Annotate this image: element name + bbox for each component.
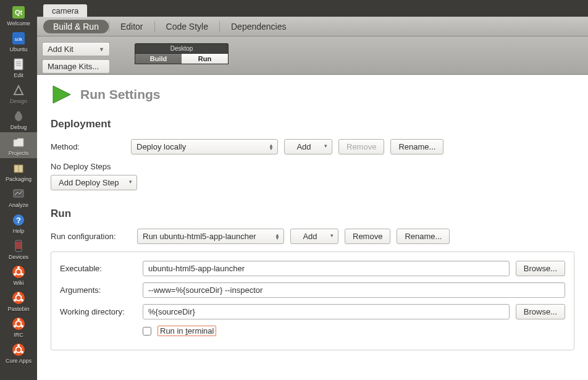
workdir-input[interactable] <box>143 304 510 319</box>
subnav-editor[interactable]: Editor <box>109 19 154 34</box>
sidebar-item-debug[interactable]: Debug <box>0 106 37 132</box>
deploy-remove-button[interactable]: Remove <box>338 139 384 154</box>
deployment-heading: Deployment <box>51 118 574 130</box>
deploy-rename-button[interactable]: Rename... <box>390 139 443 154</box>
workdir-label: Working directory: <box>60 307 136 316</box>
folder-icon <box>11 135 26 150</box>
add-kit-button[interactable]: Add Kit▼ <box>42 42 110 56</box>
chevron-down-icon: ▼ <box>99 46 104 53</box>
executable-label: Executable: <box>60 264 136 273</box>
add-deploy-step-button[interactable]: Add Deploy Step <box>51 175 137 190</box>
kit-name-label[interactable]: Desktop <box>135 43 229 53</box>
ubuntu-logo-icon <box>11 264 26 279</box>
executable-browse-button[interactable]: Browse... <box>516 261 565 276</box>
run-arrow-icon <box>51 83 73 106</box>
sidebar-item-analyze[interactable]: Analyze <box>0 184 37 210</box>
run-in-terminal-checkbox[interactable] <box>143 327 151 336</box>
page-title: Run Settings <box>80 87 161 102</box>
arguments-label: Arguments: <box>60 285 136 295</box>
svg-rect-4 <box>14 59 23 70</box>
run-details-group: Executable: Browse... Arguments: Working… <box>51 251 574 350</box>
run-rename-button[interactable]: Rename... <box>397 229 450 244</box>
run-in-terminal-label[interactable]: Run in terminal <box>158 326 216 336</box>
manage-kits-button[interactable]: Manage Kits... <box>42 59 110 74</box>
ubuntu-logo-icon <box>11 290 26 305</box>
document-icon <box>11 57 26 72</box>
sidebar-item-irc[interactable]: IRC <box>0 314 37 340</box>
svg-marker-37 <box>53 86 70 103</box>
mode-sidebar: Qt Welcome sdk Ubuntu Edit Design <box>0 2 37 380</box>
help-icon: ? <box>11 213 26 227</box>
bug-icon <box>11 109 26 124</box>
sidebar-item-edit[interactable]: Edit <box>0 54 37 80</box>
svg-point-30 <box>14 325 16 327</box>
svg-point-9 <box>17 111 20 115</box>
run-config-label: Run configuration: <box>51 232 131 241</box>
no-deploy-steps-label: No Deploy Steps <box>51 162 574 171</box>
arguments-input[interactable] <box>143 282 565 298</box>
spinner-arrows-icon: ▲▼ <box>275 234 280 240</box>
svg-point-24 <box>17 292 20 295</box>
svg-point-20 <box>14 273 16 276</box>
deploy-add-button[interactable]: Add <box>284 139 332 154</box>
package-icon <box>11 161 26 175</box>
ubuntu-sdk-icon: sdk <box>11 31 26 46</box>
svg-point-19 <box>17 266 20 269</box>
svg-point-35 <box>14 351 16 353</box>
ubuntu-logo-icon <box>11 316 26 331</box>
kit-desktop: Desktop Build Run <box>135 43 229 64</box>
analyze-icon <box>11 187 26 201</box>
sidebar-item-help[interactable]: ? Help <box>0 210 37 236</box>
kit-run-tab[interactable]: Run <box>182 54 228 64</box>
subnav-build-run[interactable]: Build & Run <box>43 20 109 33</box>
project-subnav: Build & Run Editor Code Style Dependenci… <box>37 17 588 36</box>
project-tab-camera[interactable]: camera <box>43 4 87 17</box>
sidebar-item-coreapps[interactable]: Core Apps <box>0 340 37 366</box>
svg-point-25 <box>14 299 16 302</box>
kit-bar: Add Kit▼ Manage Kits... Desktop Build Ru… <box>37 36 588 75</box>
run-config-select[interactable]: Run ubuntu-html5-app-launcher ▲▼ <box>137 229 284 244</box>
deploy-method-select[interactable]: Deploy locally ▲▼ <box>131 139 278 154</box>
svg-rect-16 <box>16 242 21 249</box>
run-add-button[interactable]: Add <box>290 229 338 244</box>
kit-build-tab[interactable]: Build <box>135 54 182 64</box>
svg-point-34 <box>17 344 20 347</box>
sidebar-item-devices[interactable]: Devices <box>0 236 37 262</box>
method-label: Method: <box>51 142 125 151</box>
subnav-dependencies[interactable]: Dependencies <box>220 19 298 34</box>
svg-point-36 <box>21 351 23 353</box>
design-icon <box>11 83 26 98</box>
settings-content: Run Settings Deployment Method: Deploy l… <box>37 75 588 380</box>
project-tab-bar: camera <box>37 2 588 17</box>
subnav-code-style[interactable]: Code Style <box>155 19 219 34</box>
svg-text:?: ? <box>16 216 21 225</box>
run-remove-button[interactable]: Remove <box>345 229 390 244</box>
sidebar-item-wiki[interactable]: Wiki <box>0 262 37 288</box>
executable-input[interactable] <box>143 261 510 276</box>
workdir-browse-button[interactable]: Browse... <box>516 304 565 319</box>
svg-point-21 <box>21 273 23 276</box>
sidebar-item-design[interactable]: Design <box>0 80 37 106</box>
sidebar-item-packaging[interactable]: Packaging <box>0 158 37 184</box>
svg-text:Qt: Qt <box>15 9 23 16</box>
sidebar-item-pastebin[interactable]: Pastebin <box>0 288 37 314</box>
run-heading: Run <box>51 208 574 220</box>
sidebar-item-projects[interactable]: Projects <box>0 132 37 158</box>
spinner-arrows-icon: ▲▼ <box>269 144 274 150</box>
svg-point-29 <box>17 318 20 321</box>
svg-point-26 <box>21 299 23 302</box>
sidebar-item-ubuntu[interactable]: sdk Ubuntu <box>0 28 37 54</box>
phone-icon <box>11 239 26 253</box>
svg-text:sdk: sdk <box>15 36 23 42</box>
qt-icon: Qt <box>11 5 26 20</box>
ubuntu-logo-icon <box>11 342 26 357</box>
sidebar-item-welcome[interactable]: Qt Welcome <box>0 2 37 28</box>
svg-point-31 <box>21 325 23 327</box>
